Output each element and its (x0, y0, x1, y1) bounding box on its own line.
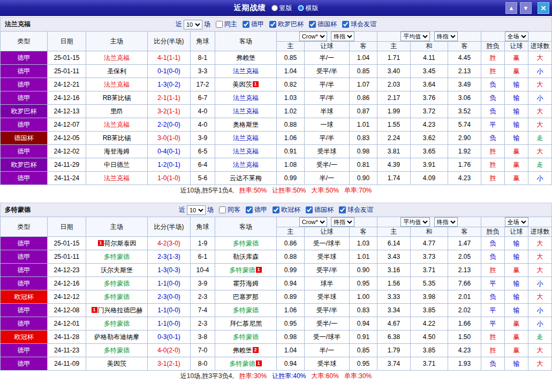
match-count-select[interactable]: 10 (184, 20, 202, 29)
fulltime-select[interactable]: 全场 (505, 217, 528, 227)
home-team-name[interactable]: 荷尔斯泰因 (104, 240, 137, 247)
league-checkbox[interactable] (339, 206, 346, 213)
home-team-name[interactable]: 门兴格拉德巴赫 (98, 306, 143, 314)
same-venue-checkbox[interactable] (219, 206, 226, 213)
league-checkbox[interactable] (309, 21, 316, 28)
league-checkbox[interactable] (269, 21, 276, 28)
avg-draw-odds: 4.11 (411, 51, 448, 65)
avg-select[interactable]: 平均值 (400, 217, 430, 227)
away-team-name[interactable]: 法兰克福 (233, 148, 259, 155)
league-filter-europa[interactable]: 欧罗巴杯 (266, 20, 304, 29)
home-team-name[interactable]: 法兰克福 (104, 81, 130, 88)
home-team-name[interactable]: 多特蒙德 (104, 293, 130, 301)
home-team-name[interactable]: 法兰克福 (104, 121, 130, 128)
avg-home-odds: 3.34 (377, 304, 411, 317)
avg-draw-odds: 3.62 (411, 132, 448, 145)
home-team-name[interactable]: 沃尔夫斯堡 (101, 266, 133, 274)
close-button[interactable]: ✕ (538, 2, 549, 14)
league-checkbox[interactable] (342, 21, 349, 28)
col-header-corner: 角球 (191, 32, 215, 51)
home-team-name[interactable]: 中日德兰 (104, 161, 130, 168)
away-team-name[interactable]: 拜仁慕尼黑 (230, 320, 262, 327)
result-outcome: 负 (481, 132, 505, 145)
league-checkbox[interactable] (246, 206, 253, 213)
home-team-name[interactable]: 多特蒙德 (104, 320, 130, 327)
league-filter-friendly[interactable]: 球会友谊 (338, 20, 376, 29)
league-filter-champions[interactable]: 欧冠杯 (269, 205, 300, 214)
layout-horizontal-radio[interactable] (298, 5, 304, 11)
away-team-name[interactable]: 法兰克福 (233, 134, 259, 142)
away-team-name[interactable]: 多特蒙德 (233, 333, 259, 341)
away-team-name[interactable]: 多特蒙德 (230, 266, 255, 274)
home-team-name[interactable]: RB莱比锡 (103, 134, 131, 142)
away-team-cell: 多特蒙德1 (215, 264, 277, 277)
league-filter-bundesliga[interactable]: 德甲 (239, 20, 264, 29)
avg-home-odds: 3.16 (377, 264, 411, 277)
same-venue-filter[interactable]: 同主 (212, 20, 237, 29)
away-team-name[interactable]: 美因茨 (233, 81, 252, 88)
home-team-name[interactable]: 圣保利 (107, 67, 126, 75)
same-venue-checkbox[interactable] (216, 21, 223, 28)
away-team-name[interactable]: 巴塞罗那 (233, 293, 259, 301)
away-team-name[interactable]: 法兰克福 (233, 161, 259, 168)
sub-header-result-goals: 进球数 (528, 227, 552, 237)
home-team-name[interactable]: 法兰克福 (104, 54, 130, 62)
odds-company-select[interactable]: Crow* (299, 217, 327, 227)
away-team-name[interactable]: 法兰克福 (233, 107, 259, 115)
odds-time-select[interactable]: 终指 (331, 217, 354, 227)
handicap-home-odds: 1.04 (277, 65, 305, 78)
home-team-cell: 萨格勒布迪纳摩 (86, 330, 148, 344)
away-team-name[interactable]: 多特蒙德 (230, 360, 255, 367)
away-team-name[interactable]: 弗赖堡 (236, 54, 255, 62)
home-team-name[interactable]: 法兰克福 (104, 174, 130, 182)
score: 0-1(0-0) (148, 65, 191, 78)
layout-vertical-radio[interactable] (271, 5, 278, 11)
home-team-name[interactable]: 海登海姆 (104, 148, 130, 155)
match-count-select[interactable]: 10 (187, 205, 206, 215)
result-outcome: 平 (481, 304, 505, 317)
away-team-name[interactable]: 法兰克福 (233, 94, 259, 102)
home-team-name[interactable]: 多特蒙德 (104, 280, 130, 287)
league-checkbox[interactable] (306, 206, 313, 213)
avg-away-odds: 2.13 (448, 264, 481, 277)
scroll-down-button[interactable]: ▼ (520, 2, 532, 14)
league-filter-pokal[interactable]: 德国杯 (302, 205, 334, 214)
score: 4-2(3-0) (148, 237, 191, 250)
away-team-name[interactable]: 多特蒙德 (233, 240, 259, 247)
home-team-name[interactable]: 萨格勒布迪纳摩 (94, 333, 139, 341)
away-team-name[interactable]: 弗赖堡 (233, 347, 252, 354)
avg-time-select[interactable]: 终指 (434, 32, 458, 41)
league-checkbox[interactable] (273, 206, 279, 213)
odds-company-select[interactable]: Crow* (299, 32, 327, 41)
corners: 3-9 (191, 132, 215, 145)
away-team-name[interactable]: 法兰克福 (233, 67, 259, 75)
home-team-name[interactable]: 多特蒙德 (104, 347, 130, 354)
avg-time-select[interactable]: 终指 (434, 217, 458, 227)
away-team-name[interactable]: 多特蒙德 (233, 306, 259, 314)
result-handicap: 赢 (505, 172, 528, 185)
layout-horizontal-option[interactable]: 横版 (298, 4, 319, 13)
home-team-name[interactable]: 里昂 (110, 107, 123, 115)
league-checkbox[interactable] (243, 21, 249, 28)
odds-time-select[interactable]: 终指 (331, 32, 354, 41)
away-team-name[interactable]: 霍芬海姆 (233, 280, 259, 287)
scroll-up-button[interactable]: ▲ (505, 2, 517, 14)
avg-select[interactable]: 平均值 (400, 32, 430, 41)
league-filter-bundesliga[interactable]: 德甲 (242, 205, 267, 214)
layout-vertical-option[interactable]: 竖版 (271, 4, 292, 13)
home-team-name[interactable]: 美因茨 (107, 360, 126, 367)
fulltime-select[interactable]: 全场 (505, 32, 528, 41)
league-badge: 德甲 (1, 317, 48, 330)
average-group-header: 平均值 终指 (377, 32, 481, 42)
away-team-name[interactable]: 勒沃库森 (233, 253, 259, 260)
league-filter-friendly[interactable]: 球会友谊 (335, 205, 373, 214)
league-filter-pokal[interactable]: 德国杯 (305, 20, 337, 29)
home-team-name[interactable]: 多特蒙德 (104, 253, 130, 260)
home-team-name[interactable]: RB莱比锡 (103, 94, 131, 102)
away-team-name[interactable]: 云达不莱梅 (230, 174, 262, 182)
same-venue-filter[interactable]: 同客 (215, 205, 240, 214)
away-team-name[interactable]: 奥格斯堡 (233, 121, 259, 128)
handicap-away-odds: 0.95 (350, 277, 377, 290)
avg-draw-odds: 3.98 (411, 290, 448, 304)
home-team-cell: 圣保利 (86, 65, 148, 78)
